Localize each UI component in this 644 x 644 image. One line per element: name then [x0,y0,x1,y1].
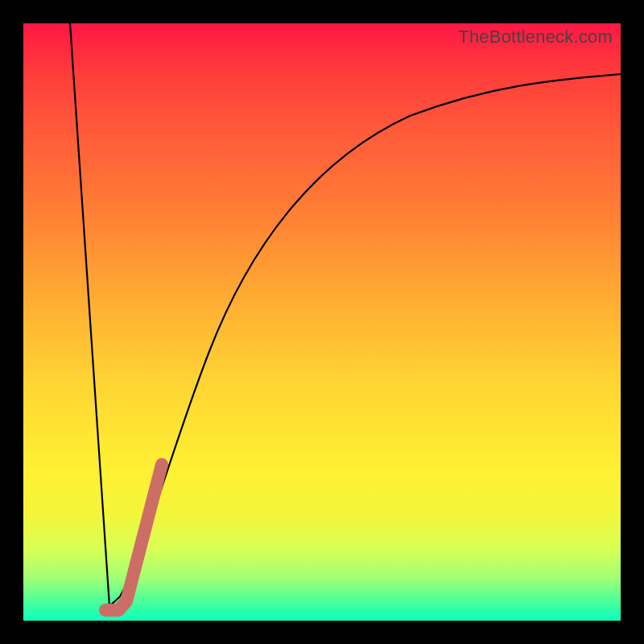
plot-area: TheBottleneck.com [23,23,621,621]
highlight-segment [105,464,162,610]
chart-svg [23,23,621,621]
chart-frame: TheBottleneck.com [0,0,644,644]
